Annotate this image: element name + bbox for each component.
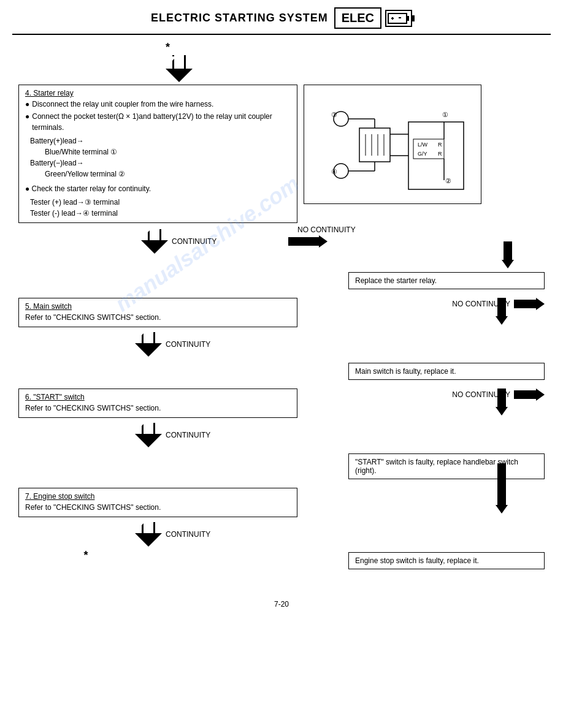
step7-box: 7. Engine stop switch Refer to "CHECKING…: [18, 488, 297, 517]
svg-text:R: R: [438, 151, 442, 157]
step4-battery-pos: Battery(+)lead→: [30, 135, 291, 146]
step4-tester-pos: Tester (+) lead→③ terminal: [30, 197, 291, 208]
step4-title: 4. Starter relay: [25, 89, 291, 97]
step4-diagram: ③ ④: [297, 85, 545, 204]
step4-box: 4. Starter relay ● Disconnect the relay …: [18, 85, 297, 223]
step4-no-cont-hline: [288, 237, 319, 246]
main-content: manualsarchive.com * 4. Starter relay ● …: [0, 35, 563, 615]
relay-circuit-svg: ③ ④: [304, 85, 482, 205]
step4-tester-neg: Tester (-) lead→④ terminal: [30, 208, 291, 219]
step7-section: 7. Engine stop switch Refer to "CHECKING…: [18, 488, 545, 569]
step6-result: "START" switch is faulty, replace handle…: [348, 453, 545, 479]
step6-title: 6. "START" switch: [25, 393, 291, 401]
svg-text:G/Y: G/Y: [418, 151, 427, 157]
step4-row: 4. Starter relay ● Disconnect the relay …: [18, 85, 545, 223]
step7-body: Refer to "CHECKING SWITCHS" section.: [25, 502, 291, 513]
step4-content: ● Disconnect the relay unit coupler from…: [25, 99, 291, 219]
step4-no-continuity: NO CONTINUITY: [297, 226, 356, 234]
page-title: ELECTRIC STARTING SYSTEM: [151, 12, 328, 25]
step5-body: Refer to "CHECKING SWITCHS" section.: [25, 312, 291, 323]
step7-continuity: CONTINUITY: [166, 530, 210, 539]
step4-green-yellow: Green/Yellow terminal ②: [30, 169, 291, 180]
elec-badge: ELEC: [334, 7, 381, 29]
step4-result: Replace the starter relay.: [348, 272, 545, 289]
step4-no-cont-down-arrow: [502, 260, 514, 268]
step4-left: 4. Starter relay ● Disconnect the relay …: [18, 85, 297, 223]
svg-rect-1: [407, 16, 409, 21]
step4-bullet2: Connect the pocket tester(Ω × 1)and batt…: [32, 111, 291, 133]
step4-flow: NO CONTINUITY CONTINUITY: [18, 226, 545, 254]
svg-text:③: ③: [331, 111, 337, 118]
step7-title: 7. Engine stop switch: [25, 492, 291, 501]
svg-text:R: R: [438, 142, 442, 148]
svg-text:L/W: L/W: [418, 142, 428, 148]
step4-blue-white: Blue/White terminal ①: [30, 146, 291, 157]
step4-check: ● Check the starter relay for continuity…: [25, 183, 151, 194]
step5-box: 5. Main switch Refer to "CHECKING SWITCH…: [18, 298, 297, 327]
step6-box: 6. "START" switch Refer to "CHECKING SWI…: [18, 389, 297, 418]
svg-text:①: ①: [442, 111, 448, 118]
step6-section: NO CONTINUITY 6. "START" switch Refer to…: [18, 389, 545, 479]
svg-rect-9: [359, 128, 390, 162]
step5-section: NO CONTINUITY 5. Main switch Refer to "C…: [18, 298, 545, 380]
bottom-star: *: [83, 549, 88, 562]
step5-result: Main switch is faulty, replace it.: [348, 363, 545, 380]
step7-result: Engine stop switch is faulty, replace it…: [348, 552, 545, 569]
step4-result-box-row: Replace the starter relay.: [18, 270, 545, 289]
top-star: *: [166, 41, 170, 54]
svg-rect-0: [388, 13, 407, 23]
page-header: ELECTRIC STARTING SYSTEM ELEC: [0, 0, 563, 34]
step4-battery-neg: Battery(−)lead→: [30, 157, 291, 169]
battery-icon: [385, 10, 412, 27]
step6-body: Refer to "CHECKING SWITCHS" section.: [25, 403, 291, 414]
step6-continuity: CONTINUITY: [166, 431, 210, 439]
svg-text:④: ④: [331, 168, 337, 175]
page-number: 7-20: [18, 600, 545, 609]
step4-continuity: CONTINUITY: [172, 237, 216, 246]
step5-continuity: CONTINUITY: [166, 340, 210, 349]
step4-bullet1: Disconnect the relay unit coupler from t…: [32, 99, 213, 110]
svg-text:②: ②: [445, 177, 451, 184]
step5-title: 5. Main switch: [25, 302, 291, 311]
step4-no-cont-arrow: [319, 235, 327, 248]
svg-rect-18: [408, 122, 464, 189]
